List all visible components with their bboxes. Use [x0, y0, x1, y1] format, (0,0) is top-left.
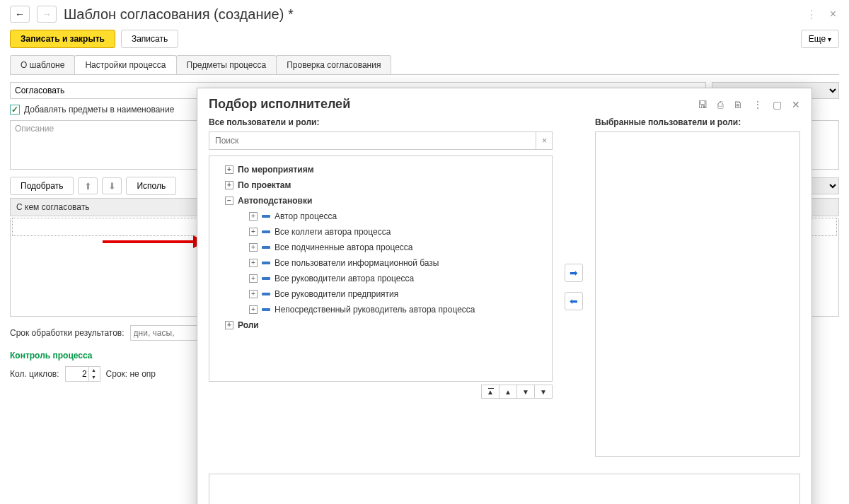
more-button[interactable]: Еще — [801, 30, 839, 48]
add-items-label: Добавлять предметы в наименование — [24, 105, 174, 115]
tree-child[interactable]: +Все пользователи информационной базы — [212, 255, 549, 271]
term-label: Срок: не опр — [106, 369, 156, 379]
deadline-input[interactable] — [130, 325, 201, 341]
clear-search-icon[interactable]: × — [536, 131, 553, 150]
item-icon — [262, 308, 270, 311]
tree-roles[interactable]: +Роли — [212, 317, 549, 333]
nav-up-icon[interactable]: ▲ — [499, 385, 517, 399]
dialog-title: Подбор исполнителей — [209, 97, 698, 112]
item-icon — [262, 293, 270, 295]
print-icon[interactable]: ⎙ — [717, 99, 723, 110]
expand-icon[interactable]: + — [225, 165, 233, 174]
expand-icon[interactable]: + — [249, 274, 258, 283]
deadline-label: Срок обработки результатов: — [10, 328, 125, 338]
selected-box[interactable] — [595, 131, 800, 457]
annotation-arrow — [103, 240, 195, 243]
item-icon — [262, 230, 270, 233]
title-bar: ← → Шаблон согласования (создание) * ⋮ × — [10, 6, 839, 23]
toolbar: Записать и закрыть Записать Еще — [10, 30, 839, 48]
tree-nav: ▲ ▲ ▼ ▼ — [209, 385, 553, 399]
tree-auto[interactable]: −Автоподстановки — [212, 193, 549, 209]
item-icon — [262, 215, 270, 218]
expand-icon[interactable]: + — [249, 228, 258, 236]
lower-box[interactable] — [209, 474, 800, 504]
cycles-value[interactable] — [66, 368, 88, 380]
tab-check[interactable]: Проверка согласования — [276, 55, 391, 74]
move-left-button[interactable]: ⬅ — [565, 292, 583, 310]
tree-child[interactable]: +Все подчиненные автора процесса — [212, 240, 549, 255]
right-panel: Выбранные пользователи и роли: — [595, 117, 800, 457]
save-button[interactable]: Записать — [121, 30, 178, 48]
expand-icon[interactable]: + — [225, 181, 233, 189]
mid-panel: ➡ ⬅ — [561, 117, 587, 457]
move-up-button[interactable]: ⬆ — [78, 177, 98, 194]
kebab-icon[interactable]: ⋮ — [803, 8, 820, 21]
expand-icon[interactable]: + — [249, 290, 258, 298]
all-users-label: Все пользователи и роли: — [209, 117, 553, 127]
expand-icon[interactable]: + — [249, 305, 258, 314]
move-right-button[interactable]: ➡ — [565, 264, 583, 282]
tree-child[interactable]: +Все руководители предприятия — [212, 286, 549, 302]
nav-top-icon[interactable]: ▲ — [481, 385, 499, 399]
search-input[interactable] — [209, 131, 553, 150]
performers-dialog: Подбор исполнителей 🖫 ⎙ 🗎 ⋮ ▢ ✕ Все поль… — [197, 88, 812, 504]
expand-icon[interactable]: + — [249, 243, 258, 252]
save-and-close-button[interactable]: Записать и закрыть — [10, 30, 115, 48]
tree-child[interactable]: +Непосредственный руководитель автора пр… — [212, 302, 549, 317]
nav-down-icon[interactable]: ▼ — [516, 385, 535, 399]
tree-events[interactable]: +По мероприятиям — [212, 162, 549, 177]
tree-child[interactable]: +Все коллеги автора процесса — [212, 224, 549, 240]
search-doc-icon[interactable]: 🗎 — [733, 99, 743, 110]
tab-items[interactable]: Предметы процесса — [176, 55, 277, 74]
spinner-up-icon[interactable]: ▲ — [89, 367, 99, 374]
use-button[interactable]: Исполь — [126, 177, 176, 195]
tree-box[interactable]: +По мероприятиям +По проектам −Автоподст… — [209, 156, 553, 382]
close-icon[interactable]: × — [827, 8, 839, 20]
cycles-spinner[interactable]: ▲▼ — [65, 366, 100, 382]
tabs: О шаблоне Настройки процесса Предметы пр… — [10, 55, 839, 75]
pick-button[interactable]: Подобрать — [10, 177, 74, 195]
move-down-button[interactable]: ⬇ — [102, 177, 122, 194]
tree-child[interactable]: +Автор процесса — [212, 209, 549, 224]
item-icon — [262, 277, 270, 280]
cycles-label: Кол. циклов: — [10, 369, 59, 379]
selected-label: Выбранные пользователи и роли: — [595, 117, 800, 127]
dialog-kebab-icon[interactable]: ⋮ — [753, 99, 763, 110]
expand-icon[interactable]: + — [249, 212, 258, 221]
save-icon[interactable]: 🖫 — [698, 99, 708, 110]
window-title: Шаблон согласования (создание) * — [64, 6, 294, 23]
tree-child[interactable]: +Все руководители автора процесса — [212, 271, 549, 286]
forward-button[interactable]: → — [37, 6, 57, 23]
checkbox-icon[interactable]: ✓ — [10, 105, 20, 115]
collapse-icon[interactable]: − — [225, 197, 233, 205]
expand-icon[interactable]: + — [249, 259, 258, 267]
tab-about[interactable]: О шаблоне — [10, 55, 75, 74]
maximize-icon[interactable]: ▢ — [773, 99, 782, 110]
left-panel: Все пользователи и роли: × +По мероприят… — [209, 117, 553, 457]
expand-icon[interactable]: + — [225, 321, 233, 329]
tab-settings[interactable]: Настройки процесса — [74, 55, 176, 74]
item-icon — [262, 262, 270, 264]
dialog-close-icon[interactable]: ✕ — [792, 99, 800, 110]
dialog-body: Все пользователи и роли: × +По мероприят… — [197, 117, 812, 465]
item-icon — [262, 246, 270, 249]
back-button[interactable]: ← — [10, 6, 30, 23]
dialog-header: Подбор исполнителей 🖫 ⎙ 🗎 ⋮ ▢ ✕ — [197, 88, 812, 117]
nav-bottom-icon[interactable]: ▼ — [534, 385, 553, 399]
tree-projects[interactable]: +По проектам — [212, 177, 549, 193]
spinner-down-icon[interactable]: ▼ — [89, 374, 99, 381]
